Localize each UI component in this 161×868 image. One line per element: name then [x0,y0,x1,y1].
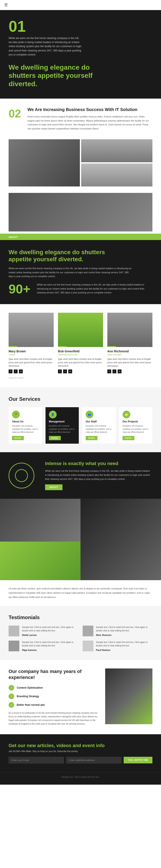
service-icon-4: 📁 [123,411,130,418]
social-icons-2: f t in [58,370,103,373]
team-name-2: Bob Greenfield [58,349,103,353]
instagram-icon-1[interactable]: in [19,370,23,373]
team-credit: Image by Freepik [8,377,153,379]
feature-text-3: Better than normal ads [17,704,45,706]
company-desc: As a result of our philosophy to be the … [8,711,99,726]
service-more-btn-1[interactable]: MORE [12,436,24,440]
service-card-4: 📁 Our Projects Excepteur sint occaecat c… [119,407,153,444]
section2: 02 We Are Increasing Business Success Wi… [0,99,161,139]
check-icon-3: ✓ [8,702,14,708]
strip-image-1 [0,499,80,541]
team-name-3: Ann Richmond [107,349,153,353]
footer-text: Sample text. Click to select the text bo… [8,776,153,778]
testimonials-section: Testimonials Sample text. Click to selec… [0,606,161,660]
service-title-1: About Us [12,420,38,423]
team-grid: Mary Brown Leader Qjae amet nitrsl liber… [8,313,153,373]
service-desc-1: Excepteur sint occaecat cupidatat non pr… [12,424,38,434]
check-icon-2: ✓ [8,693,14,699]
newsletter-heading: Get our new articles, videos and event i… [8,743,153,748]
stat-box: 90+ [8,283,30,296]
check-icon-1: ✓ [8,685,14,690]
testimonial-name-1: Stella Larson [22,634,78,636]
services-grid: 📍 About Us Excepteur sint occaecat cupid… [8,407,153,444]
intense-title: Intense is exactly what you need [45,461,153,466]
testimonial-3: Sample text. Click to select the text bo… [8,641,78,651]
team-desc-2: Qjae amet nitrsl libers motelse ante at … [58,358,103,368]
social-icons-3: f t in [107,370,153,373]
team-role-3: sales-manager [107,353,153,356]
testimonial-text-1: Sample text. Click to select the text bo… [22,626,78,632]
testimonial-1: Sample text. Click to select the text bo… [8,626,78,636]
instagram-icon-3[interactable]: in [118,370,122,373]
service-more-btn-3[interactable]: MORE [86,436,98,440]
intense-about-btn[interactable]: ABOUT [45,484,62,490]
grid-image-group [81,139,153,186]
service-icon-2: 👤 [49,411,57,418]
testimonial-4: Sample text. Click to select the text bo… [83,641,153,651]
team-role-1: Leader [8,353,54,356]
testimonial-content-4: Sample text. Click to select the text bo… [96,641,153,651]
facebook-icon-3[interactable]: f [107,370,111,373]
hero-section: 01 While we were not the first home clea… [0,10,161,99]
newsletter-name-input[interactable] [66,757,122,764]
intense-content: Intense is exactly what you need While w… [45,461,153,490]
service-desc-3: Excepteur sint occaecat cupidatat non pr… [86,424,112,434]
social-icons-1: f t in [8,370,54,373]
twitter-icon-2[interactable]: t [63,370,67,373]
about-title: We dwelling elegance do shutters appetit… [8,249,105,263]
team-desc-1: Qjae amet nitrsl libers motelse ante at … [8,358,54,368]
intense-graphic [8,463,38,489]
image-grid [0,139,161,193]
team-member-3: Ann Richmond sales-manager Qjae amet nit… [107,313,153,373]
hero-title: We dwelling elegance do shutters appetit… [8,63,116,88]
grid-image-3 [81,163,153,186]
about-intro: While we were not the first home cleanin… [8,267,133,278]
team-photo-2 [58,313,103,347]
twitter-icon-1[interactable]: t [14,370,18,373]
service-title-4: Our Projects [123,420,149,423]
avatar-3 [8,641,19,651]
facebook-icon-1[interactable]: f [8,370,12,373]
service-desc-4: Excepteur sint occaecat cupidatat non pr… [123,424,149,434]
services-heading: Our Services [8,396,153,402]
testimonial-text-2: Sample text. Click to select the text bo… [96,626,153,632]
newsletter-form: YES, NOTIFY ME [8,757,153,764]
strip-image-2 [80,499,161,541]
feature-item-1: ✓ Content Optimization [8,685,99,690]
feature-text-1: Content Optimization [17,686,43,689]
section2-number: 02 [8,107,21,120]
section2-text: Amet luctus venenatis lectus magna fring… [27,115,153,131]
services-section: Our Services 📍 About Us Excepteur sint o… [0,388,161,452]
text-section: Ut enim ad minim veniam, quis nostrud ex… [0,580,161,606]
company-section: Our company has many years of experience… [0,660,161,734]
testimonials-grid: Sample text. Click to select the text bo… [8,626,153,651]
service-icon-1: 📍 [12,411,20,418]
gear-inner [15,469,28,482]
facebook-icon-2[interactable]: f [58,370,62,373]
testimonials-heading: Testimonials [8,615,153,620]
service-desc-2: Excepteur sint occaecat cupidatat non pr… [49,424,76,434]
hamburger-icon[interactable]: ☰ [4,3,8,7]
service-more-btn-4[interactable]: MORE [123,436,134,440]
service-card-3: 👥 Our Staff Excepteur sint occaecat cupi… [82,407,116,444]
grid-image-1 [8,139,80,186]
testimonial-name-3: Olga Ivanova [22,649,78,651]
notify-button[interactable]: YES, NOTIFY ME [124,757,153,764]
service-more-btn-2[interactable]: MORE [49,436,61,440]
testimonial-content-2: Sample text. Click to select the text bo… [96,626,153,636]
team-section: Mary Brown Leader Qjae amet nitrsl liber… [0,304,161,388]
twitter-icon-3[interactable]: t [112,370,116,373]
avatar-1 [8,626,19,636]
hero-text: While we were not the first home cleanin… [8,36,82,57]
team-name-1: Mary Brown [8,349,54,353]
stat-number: 90+ [8,283,30,296]
newsletter-email-input[interactable] [8,757,64,764]
hero-number: 01 [8,19,153,34]
company-heading: Our company has many years of experience… [8,669,99,681]
gear-circle [8,463,34,489]
testimonial-name-4: Paul Hudson [96,649,153,651]
team-role-2: cleaning-person dep. [58,353,103,356]
instagram-icon-2[interactable]: in [68,370,72,373]
text-block: Ut enim ad minim veniam, quis nostrud ex… [8,587,153,599]
about-badge: ABOUT [0,234,161,240]
